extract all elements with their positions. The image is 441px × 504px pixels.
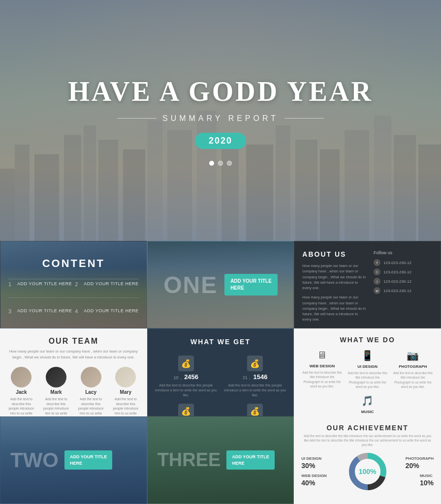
member-desc: Add the text to describe this people int… <box>8 397 34 416</box>
wwg-number: 1546 <box>253 373 267 381</box>
about-left: ABOUT US How many people our team or our… <box>302 250 368 319</box>
our-team-slide: OUR TEAM How many people our team or our… <box>0 328 147 416</box>
team-member-lacy: Lacy Add the text to describe this peopl… <box>78 367 104 416</box>
list-item: 3 ADD YOUR TITLE HERE <box>8 308 72 321</box>
about-us-slide: ABOUT US How many people our team or our… <box>294 241 441 328</box>
bag-icon-1: 💰 <box>178 356 194 371</box>
our-achievement-slide: OUR ACHIEVEMENT Add the text to describe… <box>294 416 441 504</box>
follow-number: 123-023-230-12 <box>383 279 411 284</box>
oa-body: UI DESIGN 30% WEB DESIGN 40% <box>301 452 434 491</box>
two-number: TWO <box>10 448 59 472</box>
follow-number: 123-023-230-12 <box>383 289 411 293</box>
wwd-item-desc: Add the text to describe this title intr… <box>347 371 388 388</box>
follow-item: w 123-023-230-12 <box>374 287 433 294</box>
cell2-inner: ONE ADD YOUR TITLEHERE <box>148 241 294 328</box>
wwd-item-title: PHOTOGRAPH <box>399 364 427 369</box>
wwg-stat-4: 💰 30， 5214 Add the text to describe this… <box>223 404 286 416</box>
three-title-text: ADD YOUR TITLEHERE <box>232 454 269 466</box>
what-we-get-slide: WHAT WE GET 💰 10， 2456 Add the text to d… <box>147 328 294 416</box>
wwd-grid: 🖥 WEB DESIGN Add the text to describe th… <box>301 350 434 388</box>
three-number: THREE <box>158 449 221 471</box>
photograph-icon: 📷 <box>407 350 419 361</box>
oa-item-photograph: PHOTOGRAPH 20% <box>406 456 434 470</box>
two-title-box: ADD YOUR TITLEHERE <box>64 450 112 470</box>
cell8-inner: THREE ADD YOUR TITLEHERE <box>148 417 294 504</box>
wwd-item-desc: Add the text to describe this title intr… <box>301 370 343 388</box>
list-item: 2 ADD YOUR TITLE HERE <box>75 281 138 294</box>
follow-item: t 123-023-230-12 <box>374 268 433 275</box>
donut-container: 100% <box>348 452 387 491</box>
wwg-stat-1: 💰 10， 2456 Add the text to describe this… <box>155 356 218 397</box>
follow-title: Follow us <box>374 250 433 255</box>
follow-item: i 123-023-230-12 <box>374 278 433 285</box>
wwd-item-title: WEB DESIGN <box>310 364 335 368</box>
about-text-1: How many people our team or our company … <box>302 263 368 291</box>
wwg-prefix: 21 <box>243 375 248 380</box>
oa-item-pct: 30% <box>301 462 343 470</box>
wwd-item-title: UI DESIGN <box>357 364 378 369</box>
member-name: Lacy <box>85 389 96 395</box>
cell1-inner: CONTENT 1 ADD YOUR TITLE HERE 2 ADD YOUR… <box>0 241 147 328</box>
wwd-item-music: 🎵 MUSIC Add the text to describe this ti… <box>301 395 434 416</box>
avatar-mark <box>46 367 66 387</box>
wwd-item-webdesign: 🖥 WEB DESIGN Add the text to describe th… <box>301 350 343 388</box>
team-member-mary: Mary Add the text to describe this peopl… <box>113 367 139 416</box>
dot-1[interactable] <box>209 161 214 166</box>
oa-subtitle: Add the text to describe the title intro… <box>301 434 434 447</box>
wwg-stat-2: 💰 21， 1546 Add the text to describe this… <box>223 356 286 397</box>
dot-3[interactable] <box>227 161 232 166</box>
item-num: 3 <box>8 308 14 314</box>
list-item: 1 ADD YOUR TITLE HERE <box>8 281 72 294</box>
cell3-inner: ABOUT US How many people our team or our… <box>294 241 441 328</box>
hero-year: 2020 <box>195 133 246 149</box>
bag-icon-2: 💰 <box>247 356 263 371</box>
cell6-inner: WHAT WE DO 🖥 WEB DESIGN Add the text to … <box>294 329 441 415</box>
member-desc: Add the text to describe this people int… <box>113 397 139 416</box>
slide-grid: CONTENT 1 ADD YOUR TITLE HERE 2 ADD YOUR… <box>0 241 441 504</box>
content-divider <box>8 279 139 279</box>
wwg-prefix: 10 <box>174 375 179 380</box>
three-slide: THREE ADD YOUR TITLEHERE <box>147 416 294 504</box>
oa-item-pct: 40% <box>301 479 343 487</box>
wwd-item-uidesign: 📱 UI DESIGN Add the text to describe thi… <box>347 350 388 388</box>
follow-number: 123-023-230-12 <box>383 261 411 265</box>
wwg-desc-1: Add the text to describe this people int… <box>155 383 218 397</box>
dot-2[interactable] <box>218 161 223 166</box>
item-text: ADD YOUR TITLE HERE <box>84 308 138 314</box>
team-member-mark: Mark Add the text to describe this peopl… <box>43 367 69 416</box>
instagram-icon: i <box>374 278 380 285</box>
wwg-title: WHAT WE GET <box>190 338 251 346</box>
follow-number: 123-023-230-12 <box>383 270 411 274</box>
one-title-box: ADD YOUR TITLEHERE <box>224 274 278 296</box>
weibo-icon: w <box>374 287 380 294</box>
one-number: ONE <box>163 271 218 298</box>
wwg-stats-grid: 💰 10， 2456 Add the text to describe this… <box>155 356 287 416</box>
item-num: 2 <box>75 281 81 287</box>
facebook-icon: f <box>374 259 380 266</box>
content-slide: CONTENT 1 ADD YOUR TITLE HERE 2 ADD YOUR… <box>0 241 147 328</box>
three-title-box: ADD YOUR TITLEHERE <box>226 450 274 470</box>
member-name: Mary <box>120 389 131 395</box>
team-members: Jack Add the text to describe this peopl… <box>8 367 139 416</box>
member-desc: Add the text to describe this people int… <box>43 397 69 416</box>
item-text: ADD YOUR TITLE HERE <box>84 281 138 287</box>
slide1-hero: HAVE A GODD YEAR SUMMARY REPORT 2020 <box>0 0 441 241</box>
cell7-inner: TWO ADD YOUR TITLEHERE <box>0 417 147 504</box>
item-text: ADD YOUR TITLE HERE <box>17 281 72 287</box>
bag-icon-3: 💰 <box>178 404 194 416</box>
avatar-image <box>11 367 32 387</box>
content-items-grid: 1 ADD YOUR TITLE HERE 2 ADD YOUR TITLE H… <box>8 281 139 320</box>
hero-content: HAVE A GODD YEAR SUMMARY REPORT 2020 <box>0 0 441 241</box>
about-title: ABOUT US <box>302 250 368 258</box>
mid-divider <box>8 297 139 298</box>
wwd-title: WHAT WE DO <box>301 336 434 344</box>
oa-item-pct: 20% <box>406 462 434 470</box>
music-icon: 🎵 <box>361 395 374 407</box>
wwd-item-photograph: 📷 PHOTOGRAPH Add the text to describe th… <box>392 350 434 388</box>
about-right: Follow us f 123-023-230-12 t 123-023-230… <box>374 250 433 319</box>
avatar-jack <box>11 367 32 387</box>
cell9-inner: OUR ACHIEVEMENT Add the text to describe… <box>294 417 441 504</box>
avatar-image <box>46 367 66 387</box>
wwg-stat-3: 💰 14， 5471 Add the text to describe this… <box>155 404 218 416</box>
follow-item: f 123-023-230-12 <box>374 259 433 266</box>
